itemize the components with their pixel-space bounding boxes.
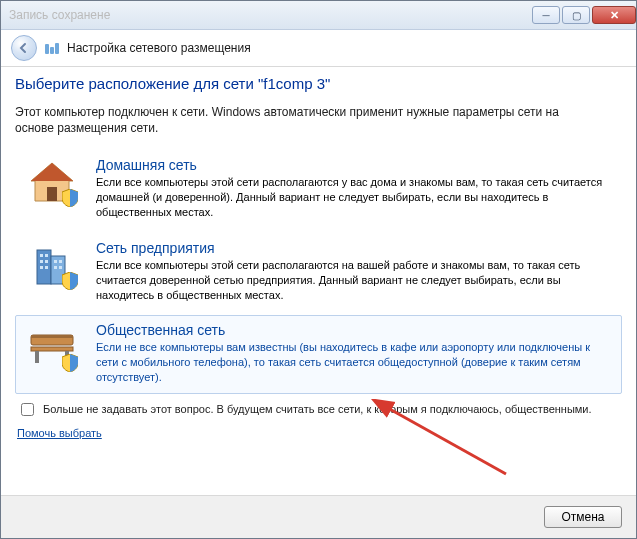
option-title: Общественная сеть [96, 322, 613, 338]
dont-ask-checkbox[interactable] [21, 403, 34, 416]
close-button[interactable]: ✕ [592, 6, 636, 24]
svg-rect-12 [59, 260, 62, 263]
option-title: Сеть предприятия [96, 240, 613, 256]
svg-rect-13 [54, 266, 57, 269]
wizard-title: Настройка сетевого размещения [67, 41, 251, 55]
titlebar: Запись сохранене ─ ▢ ✕ [1, 1, 636, 30]
footer: Отмена [1, 495, 636, 538]
svg-marker-1 [31, 163, 73, 181]
help-link[interactable]: Помочь выбрать [17, 427, 622, 439]
shield-icon [62, 354, 78, 372]
building-icon [24, 240, 80, 290]
svg-rect-8 [45, 260, 48, 263]
svg-rect-14 [59, 266, 62, 269]
window-title: Запись сохранене [9, 8, 530, 22]
minimize-button[interactable]: ─ [532, 6, 560, 24]
maximize-button[interactable]: ▢ [562, 6, 590, 24]
svg-rect-18 [35, 351, 39, 363]
page-intro: Этот компьютер подключен к сети. Windows… [15, 104, 575, 136]
svg-rect-5 [40, 254, 43, 257]
wizard-header: Настройка сетевого размещения [1, 30, 636, 67]
svg-rect-17 [31, 347, 73, 351]
window: Запись сохранене ─ ▢ ✕ Настройка сетевог… [0, 0, 637, 539]
page-heading: Выберите расположение для сети "f1comp 3… [15, 75, 622, 92]
dont-ask-row[interactable]: Больше не задавать этот вопрос. В будуще… [17, 402, 622, 419]
shield-icon [62, 189, 78, 207]
option-public-network[interactable]: Общественная сеть Если не все компьютеры… [15, 315, 622, 394]
svg-rect-2 [47, 187, 57, 201]
option-desc: Если не все компьютеры вам известны (вы … [96, 340, 613, 385]
arrow-left-icon [18, 42, 30, 54]
network-icon [45, 43, 59, 54]
option-title: Домашняя сеть [96, 157, 613, 173]
home-icon [24, 157, 80, 207]
options-list: Домашняя сеть Если все компьютеры этой с… [15, 150, 622, 394]
cancel-button[interactable]: Отмена [544, 506, 622, 528]
svg-rect-3 [37, 250, 51, 284]
content-area: Выберите расположение для сети "f1comp 3… [15, 75, 622, 439]
option-work-network[interactable]: Сеть предприятия Если все компьютеры это… [15, 233, 622, 312]
option-desc: Если все компьютеры этой сети располагаю… [96, 258, 613, 303]
bench-icon [24, 322, 80, 372]
svg-rect-10 [45, 266, 48, 269]
svg-rect-9 [40, 266, 43, 269]
svg-rect-11 [54, 260, 57, 263]
option-desc: Если все компьютеры этой сети располагаю… [96, 175, 613, 220]
dont-ask-label: Больше не задавать этот вопрос. В будуще… [43, 402, 592, 417]
svg-rect-6 [45, 254, 48, 257]
svg-rect-16 [31, 335, 73, 338]
option-home-network[interactable]: Домашняя сеть Если все компьютеры этой с… [15, 150, 622, 229]
svg-rect-7 [40, 260, 43, 263]
shield-icon [62, 272, 78, 290]
back-button[interactable] [11, 35, 37, 61]
